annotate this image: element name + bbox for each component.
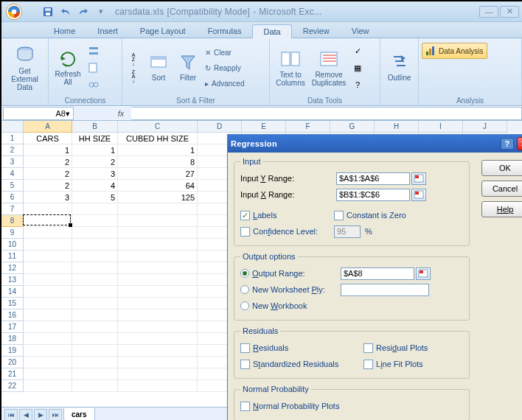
row-header-16[interactable]: 16	[1, 309, 24, 321]
row-header-7[interactable]: 7	[1, 203, 24, 215]
sheet-nav-last[interactable]: ⏭	[49, 409, 62, 421]
row-header-9[interactable]: 9	[1, 227, 24, 239]
constant-zero-checkbox[interactable]	[334, 211, 344, 220]
tab-formulas[interactable]: Formulas	[197, 24, 253, 38]
row-header-22[interactable]: 22	[1, 380, 24, 392]
y-range-picker[interactable]	[411, 172, 426, 185]
row-header-1[interactable]: 1	[1, 133, 24, 144]
minimize-button[interactable]: —	[479, 6, 498, 18]
residuals-checkbox[interactable]	[240, 343, 250, 353]
col-header-B[interactable]: B	[72, 121, 118, 133]
consolidate-button[interactable]: ▦	[349, 60, 366, 76]
outline-button[interactable]: Outline	[383, 43, 415, 92]
reapply-filter-button[interactable]: ↻ Reapply	[203, 60, 246, 75]
dialog-help-icon[interactable]: ?	[501, 138, 514, 150]
row-header-5[interactable]: 5	[1, 180, 24, 192]
tab-page-layout[interactable]: Page Layout	[129, 24, 197, 38]
advanced-filter-button[interactable]: ▸ Advanced	[203, 76, 246, 91]
labels-checkbox[interactable]	[240, 211, 250, 220]
col-header-A[interactable]: A	[24, 121, 72, 133]
tab-insert[interactable]: Insert	[86, 24, 129, 38]
fx-icon[interactable]: fx	[111, 109, 131, 118]
connections-button[interactable]	[86, 43, 102, 59]
select-all-corner[interactable]	[1, 121, 24, 133]
row-header-21[interactable]: 21	[1, 368, 24, 380]
cell-A1[interactable]: CARS	[24, 133, 72, 144]
col-header-D[interactable]: D	[198, 121, 242, 133]
col-header-I[interactable]: I	[419, 121, 463, 133]
cell-C2[interactable]: 1	[118, 144, 198, 156]
tab-data[interactable]: Data	[252, 24, 291, 38]
properties-button[interactable]	[86, 60, 102, 76]
dialog-titlebar[interactable]: Regression ? ✕	[228, 135, 522, 153]
tab-home[interactable]: Home	[43, 24, 86, 38]
residual-plots-checkbox[interactable]	[363, 343, 373, 353]
cell-C1[interactable]: CUBED HH SIZE	[118, 133, 198, 144]
cancel-button[interactable]: Cancel	[481, 181, 522, 197]
cell-A6[interactable]: 3	[24, 192, 72, 203]
cell-C6[interactable]: 125	[118, 192, 198, 203]
data-analysis-button[interactable]: Data Analysis	[422, 43, 487, 59]
remove-duplicates-button[interactable]: Remove Duplicates	[310, 43, 348, 92]
cell-B1[interactable]: HH SIZE	[72, 133, 118, 144]
get-external-data-button[interactable]: Get External Data	[4, 43, 45, 92]
ok-button[interactable]: OK	[481, 160, 522, 176]
cell-B4[interactable]: 3	[72, 168, 118, 180]
save-button[interactable]	[40, 4, 56, 19]
col-header-F[interactable]: F	[286, 121, 330, 133]
cell-C4[interactable]: 27	[118, 168, 198, 180]
row-header-15[interactable]: 15	[1, 298, 24, 309]
col-header-E[interactable]: E	[242, 121, 286, 133]
undo-button[interactable]	[58, 4, 74, 19]
std-residuals-checkbox[interactable]	[240, 360, 250, 369]
tab-view[interactable]: View	[341, 24, 380, 38]
close-button[interactable]: ✕	[500, 6, 519, 18]
sort-button[interactable]: Sort	[145, 43, 173, 92]
y-range-input[interactable]	[336, 172, 410, 185]
row-header-2[interactable]: 2	[1, 144, 24, 156]
cell-B3[interactable]: 2	[72, 156, 118, 168]
new-workbook-radio[interactable]	[240, 301, 249, 310]
office-button[interactable]	[4, 2, 37, 21]
output-range-picker[interactable]	[416, 267, 431, 280]
sheet-nav-next[interactable]: ▶	[34, 409, 47, 421]
row-header-18[interactable]: 18	[1, 333, 24, 345]
formula-input[interactable]	[131, 107, 522, 120]
new-worksheet-input[interactable]	[341, 284, 429, 296]
col-header-J[interactable]: J	[463, 121, 507, 133]
row-header-13[interactable]: 13	[1, 274, 24, 286]
row-header-11[interactable]: 11	[1, 251, 24, 262]
row-header-12[interactable]: 12	[1, 262, 24, 274]
cell-C3[interactable]: 8	[118, 156, 198, 168]
col-header-C[interactable]: C	[118, 121, 198, 133]
row-header-4[interactable]: 4	[1, 168, 24, 180]
sort-az-button[interactable]: AZ↓	[125, 52, 142, 68]
cell-B2[interactable]: 1	[72, 144, 118, 156]
qat-dropdown[interactable]: ▾	[93, 4, 109, 19]
cell-A2[interactable]: 1	[24, 144, 72, 156]
sheet-nav-first[interactable]: ⏮	[4, 409, 18, 421]
cell-C5[interactable]: 64	[118, 180, 198, 192]
tab-review[interactable]: Review	[292, 24, 341, 38]
row-header-19[interactable]: 19	[1, 345, 24, 357]
output-range-radio[interactable]	[240, 269, 249, 278]
confidence-checkbox[interactable]	[240, 227, 250, 237]
data-validation-button[interactable]: ✓	[349, 43, 366, 59]
sort-za-button[interactable]: ZA↓	[125, 69, 142, 85]
cell-A3[interactable]: 2	[24, 156, 72, 168]
sheet-tab-cars[interactable]: cars	[63, 408, 95, 421]
row-header-17[interactable]: 17	[1, 321, 24, 333]
new-worksheet-radio[interactable]	[240, 285, 249, 294]
cell-B6[interactable]: 5	[72, 192, 118, 203]
x-range-picker[interactable]	[411, 189, 426, 201]
normal-prob-checkbox[interactable]	[240, 402, 250, 411]
cell-A4[interactable]: 2	[24, 168, 72, 180]
row-header-8[interactable]: 8	[1, 215, 24, 227]
redo-button[interactable]	[75, 4, 91, 19]
clear-filter-button[interactable]: ✕ Clear	[203, 45, 246, 60]
cell-B5[interactable]: 4	[72, 180, 118, 192]
col-header-G[interactable]: G	[330, 121, 375, 133]
edit-links-button[interactable]	[86, 77, 102, 93]
row-header-10[interactable]: 10	[1, 239, 24, 251]
help-button[interactable]: Help	[481, 201, 522, 217]
